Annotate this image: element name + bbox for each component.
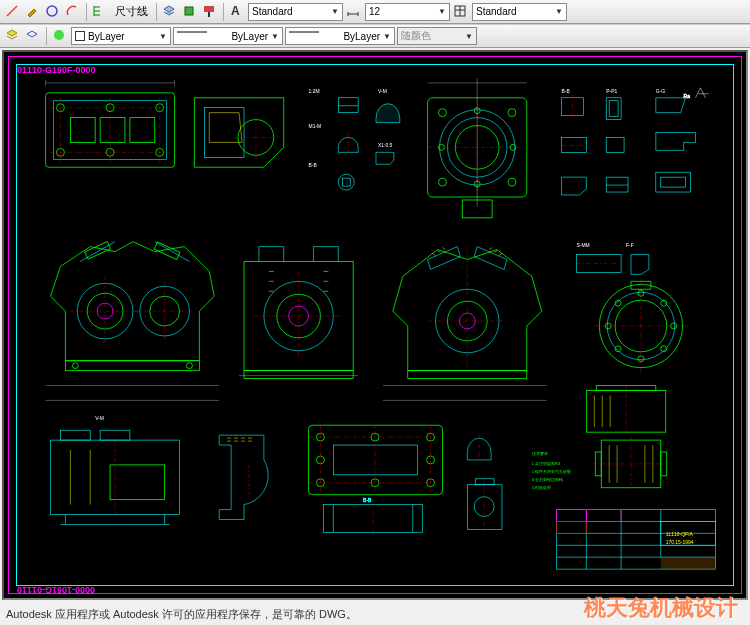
- lineweight2-dropdown[interactable]: ByLayer ▼: [285, 27, 395, 45]
- plotstyle-value: 随颜色: [401, 29, 431, 43]
- drawing-canvas[interactable]: 01110-G190F-0000 0000-1061G-01110: [2, 50, 748, 600]
- svg-text:F-F: F-F: [626, 243, 634, 248]
- svg-point-6: [54, 30, 64, 40]
- text-style2-value: Standard: [476, 6, 517, 17]
- svg-rect-112: [100, 430, 130, 440]
- svg-text:B-B: B-B: [363, 498, 372, 503]
- lineweight-preview-icon: [289, 28, 340, 44]
- svg-text:1.未注明圆角R3: 1.未注明圆角R3: [532, 461, 561, 466]
- svg-text:技术要求: 技术要求: [531, 451, 548, 456]
- svg-text:1:2M: 1:2M: [309, 89, 320, 94]
- svg-text:M1-M: M1-M: [309, 124, 322, 129]
- separator: [223, 3, 224, 21]
- title-block: 1L110-QF/A 170.15-1994: [557, 510, 716, 570]
- svg-rect-61: [606, 177, 628, 192]
- tool-paint-icon[interactable]: [201, 3, 219, 21]
- svg-text:4.时效处理: 4.时效处理: [532, 485, 551, 490]
- svg-rect-118: [309, 425, 443, 494]
- drawing-content: 1:2M M1-M B-B V-M X1:0.5: [20, 68, 730, 582]
- svg-text:A: A: [231, 4, 240, 18]
- svg-rect-72: [154, 242, 180, 260]
- svg-point-47: [508, 178, 516, 186]
- chevron-down-icon: ▼: [438, 7, 446, 16]
- chevron-down-icon: ▼: [383, 32, 391, 41]
- svg-rect-2: [204, 6, 214, 12]
- layer-swatch: [75, 31, 85, 41]
- svg-rect-22: [70, 118, 95, 143]
- svg-text:3.去毛刺锐边倒钝: 3.去毛刺锐边倒钝: [532, 477, 563, 482]
- svg-text:Ra: Ra: [684, 94, 691, 99]
- svg-rect-163: [586, 510, 621, 522]
- tool-circle-icon[interactable]: [44, 3, 62, 21]
- svg-rect-86: [244, 371, 353, 379]
- svg-rect-138: [475, 479, 494, 485]
- toolbar-main: 尺寸线 A Standard ▼ 12 ▼ Standard ▼: [0, 0, 750, 24]
- svg-text:170.15-1994: 170.15-1994: [666, 540, 694, 545]
- text-style-dropdown[interactable]: Standard ▼: [248, 3, 343, 21]
- table-style-icon[interactable]: [452, 3, 470, 21]
- lineweight-dropdown[interactable]: 12 ▼: [365, 3, 450, 21]
- layer-state-icon[interactable]: [24, 27, 42, 45]
- tool-arc-icon[interactable]: [64, 3, 82, 21]
- layer-color-dropdown[interactable]: ByLayer ▼: [71, 27, 171, 45]
- svg-rect-137: [467, 485, 502, 530]
- svg-rect-1: [185, 7, 193, 15]
- status-text: Autodesk 应用程序或 Autodesk 许可的应用程序保存，是可靠的 D…: [6, 607, 357, 622]
- separator: [46, 27, 47, 45]
- svg-rect-35: [342, 178, 350, 186]
- layer-value: ByLayer: [88, 31, 125, 42]
- svg-rect-60: [606, 137, 624, 152]
- svg-rect-3: [208, 12, 210, 17]
- svg-text:B-B: B-B: [562, 89, 571, 94]
- svg-rect-25: [204, 108, 244, 158]
- plotstyle-dropdown[interactable]: 随颜色 ▼: [397, 27, 477, 45]
- svg-text:P-P1: P-P1: [606, 89, 617, 94]
- chevron-down-icon: ▼: [271, 32, 279, 41]
- linetype-dropdown[interactable]: ByLayer ▼: [173, 27, 283, 45]
- color-picker-icon[interactable]: [51, 27, 69, 45]
- svg-text:V-M: V-M: [95, 416, 104, 421]
- svg-rect-24: [130, 118, 155, 143]
- svg-rect-162: [557, 510, 587, 522]
- svg-text:V-M: V-M: [378, 89, 387, 94]
- svg-point-79: [186, 363, 192, 369]
- svg-rect-77: [65, 361, 199, 371]
- svg-point-46: [439, 178, 447, 186]
- tool-match-icon[interactable]: [181, 3, 199, 21]
- svg-text:2.铸件不得有气孔砂眼: 2.铸件不得有气孔砂眼: [532, 469, 571, 474]
- svg-rect-92: [408, 371, 527, 379]
- tool-brush-icon[interactable]: [24, 3, 42, 21]
- dimension-label: 尺寸线: [115, 4, 148, 19]
- svg-rect-127: [333, 445, 417, 475]
- svg-rect-115: [110, 465, 165, 500]
- svg-point-45: [508, 109, 516, 117]
- tool-line-icon[interactable]: [4, 3, 22, 21]
- text-style2-dropdown[interactable]: Standard ▼: [472, 3, 567, 21]
- chevron-down-icon: ▼: [331, 7, 339, 16]
- svg-text:S-MM: S-MM: [576, 243, 589, 248]
- svg-rect-111: [60, 430, 90, 440]
- svg-text:G-G: G-G: [656, 89, 666, 94]
- svg-rect-59: [562, 137, 587, 152]
- text-style-value: Standard: [252, 6, 293, 17]
- chevron-down-icon: ▼: [555, 7, 563, 16]
- tool-layer-icon[interactable]: [161, 3, 179, 21]
- svg-point-44: [439, 109, 447, 117]
- drawing-number-bottom: 0000-1061G-01110: [17, 585, 95, 595]
- svg-point-0: [47, 6, 57, 16]
- linetype-preview-icon: [177, 28, 228, 44]
- toolbar-properties: ByLayer ▼ ByLayer ▼ ByLayer ▼ 随颜色 ▼: [0, 24, 750, 48]
- chevron-down-icon: ▼: [465, 32, 473, 41]
- separator: [156, 3, 157, 21]
- layer-manager-icon[interactable]: [4, 27, 22, 45]
- tool-dim-tree-icon[interactable]: [91, 3, 109, 21]
- text-style-icon[interactable]: A: [228, 3, 246, 21]
- svg-point-34: [338, 174, 354, 190]
- linetype-value: ByLayer: [231, 31, 268, 42]
- svg-rect-134: [323, 505, 422, 533]
- lineweight-value: 12: [369, 6, 380, 17]
- dim-style-icon[interactable]: [345, 3, 363, 21]
- svg-point-78: [72, 363, 78, 369]
- svg-text:1L110-QF/A: 1L110-QF/A: [666, 532, 694, 537]
- svg-rect-57: [606, 98, 621, 120]
